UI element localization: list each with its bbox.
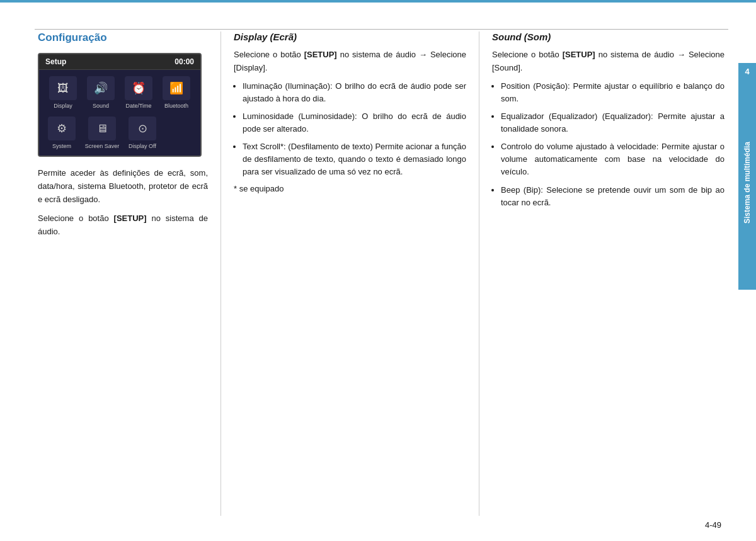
- side-tab-label: Sistema de multimédia: [743, 142, 752, 224]
- display-selecione: Selecione o botão: [234, 50, 304, 59]
- setup-screen-mockup: Setup 00:00 🖼 Display 🔊 Sound ⏰ Date/Tim…: [38, 53, 202, 157]
- sound-intro: Selecione o botão [SETUP] no sistema de …: [492, 48, 724, 75]
- mid-column: Display (Ecrã) Selecione o botão [SETUP]…: [221, 31, 479, 516]
- sound-bullet-1: Position (Posição): Permite ajustar o eq…: [501, 80, 724, 105]
- top-accent-line: [0, 0, 756, 3]
- setup-icon-displayoff[interactable]: ⊙ Display Off: [125, 117, 160, 149]
- sound-label: Sound: [93, 103, 109, 109]
- system-label: System: [52, 143, 71, 149]
- display-footnote: * se equipado: [234, 184, 466, 193]
- setup-icon-system[interactable]: ⚙ System: [44, 117, 79, 149]
- display-intro: Selecione o botão [SETUP] no sistema de …: [234, 48, 466, 75]
- setup-icons-row2: ⚙ System 🖥 Screen Saver ⊙ Display Off: [39, 113, 200, 156]
- setup-icon-display[interactable]: 🖼 Display: [45, 76, 81, 109]
- page-number: 4-49: [705, 520, 721, 530]
- datetime-icon-box: ⏰: [125, 76, 152, 100]
- screensaver-icon-box: 🖥: [88, 117, 116, 140]
- section-title: Configuração: [38, 31, 208, 44]
- sound-selecione: Selecione o botão: [492, 50, 563, 59]
- left-body-text2: Selecione o botão [SETUP] no sistema de …: [38, 212, 208, 239]
- setup-icon-datetime[interactable]: ⏰ Date/Time: [121, 76, 156, 109]
- left-column: Configuração Setup 00:00 🖼 Display 🔊 Sou…: [38, 31, 220, 516]
- sound-bullet-3: Controlo do volume ajustado à velocidade…: [501, 140, 724, 178]
- setup-header-label: Setup: [45, 57, 66, 66]
- setup-icons-row1: 🖼 Display 🔊 Sound ⏰ Date/Time 📶 Bluetoot…: [39, 70, 200, 113]
- display-bullet-2: Luminosidade (Luminosidade): O brilho do…: [243, 110, 466, 135]
- bluetooth-label: Bluetooth: [164, 103, 188, 109]
- setup-header: Setup 00:00: [39, 54, 200, 70]
- selecione-setup-text: Selecione o botão: [38, 214, 114, 223]
- sound-bullet-4: Beep (Bip): Selecione se pretende ouvir …: [501, 184, 724, 209]
- main-content: Configuração Setup 00:00 🖼 Display 🔊 Sou…: [38, 31, 724, 516]
- sound-section-heading: Sound (Som): [492, 31, 724, 42]
- setup-icon-bluetooth[interactable]: 📶 Bluetooth: [159, 76, 194, 109]
- side-tab: Sistema de multimédia: [738, 76, 756, 290]
- sound-bullet-list: Position (Posição): Permite ajustar o eq…: [492, 80, 724, 209]
- setup-icon-screensaver[interactable]: 🖥 Screen Saver: [84, 117, 120, 149]
- system-icon-box: ⚙: [48, 117, 76, 140]
- setup-label-left: [SETUP]: [114, 214, 147, 223]
- display-icon-box: 🖼: [49, 76, 77, 100]
- screensaver-label: Screen Saver: [85, 143, 120, 149]
- sound-icon-box: 🔊: [87, 76, 115, 100]
- display-bullet-1: Iluminação (Iluminação): O brilho do ecr…: [243, 80, 466, 105]
- bluetooth-icon-box: 📶: [163, 76, 190, 100]
- display-section-heading: Display (Ecrã): [234, 31, 466, 42]
- datetime-label: Date/Time: [125, 103, 151, 109]
- display-bullet-3: Text Scroll*: (Desfilamento de texto) Pe…: [243, 140, 466, 178]
- displayoff-label: Display Off: [129, 143, 156, 149]
- display-setup-label: [SETUP]: [304, 50, 337, 59]
- displayoff-icon-box: ⊙: [129, 117, 156, 140]
- sound-setup-label: [SETUP]: [563, 50, 595, 59]
- right-column: Sound (Som) Selecione o botão [SETUP] no…: [479, 31, 724, 516]
- top-divider: [35, 29, 728, 30]
- left-body-text1: Permite aceder às definições de ecrã, so…: [38, 167, 208, 206]
- setup-header-time: 00:00: [175, 57, 194, 66]
- display-bullet-list: Iluminação (Iluminação): O brilho do ecr…: [234, 80, 466, 179]
- display-label: Display: [54, 103, 72, 109]
- setup-icon-sound[interactable]: 🔊 Sound: [83, 76, 118, 109]
- sound-bullet-2: Equalizador (Equalizador) (Equalizador):…: [501, 110, 724, 135]
